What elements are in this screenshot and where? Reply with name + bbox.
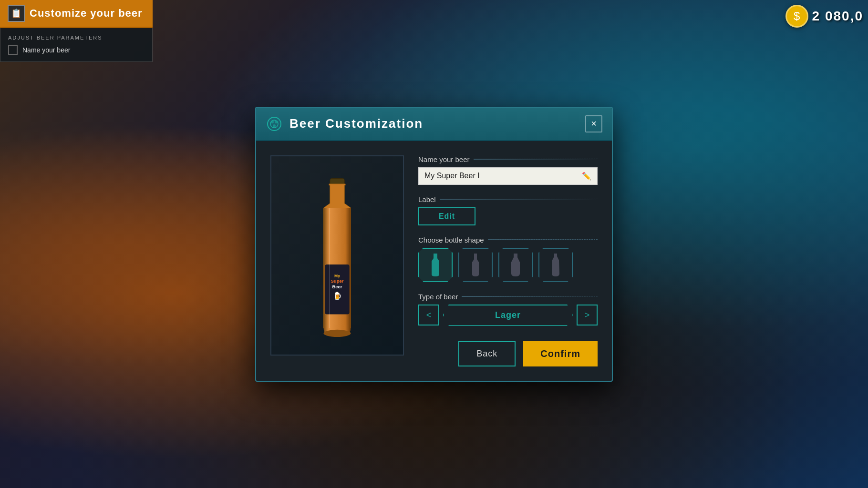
svg-text:My: My <box>334 273 340 278</box>
svg-point-2 <box>271 121 274 123</box>
bottle-shape-4[interactable] <box>538 248 573 282</box>
modal-header-left: Beer Customization <box>266 115 423 132</box>
beer-type-value: Lager <box>443 305 573 326</box>
modal-close-button[interactable]: × <box>585 115 602 132</box>
bottle-shape-1[interactable] <box>418 248 453 282</box>
svg-point-6 <box>324 329 351 336</box>
beer-type-group: Type of beer < Lager > <box>418 293 598 326</box>
name-input-wrapper[interactable]: ✏️ <box>418 167 598 185</box>
label-section-label: Label <box>418 195 598 203</box>
beer-icon <box>266 115 283 132</box>
svg-text:Super: Super <box>331 278 344 284</box>
bottle-shape-label: Choose bottle shape <box>418 236 598 244</box>
beer-type-label: Type of beer <box>418 293 598 301</box>
beer-type-selector: < Lager > <box>418 305 598 326</box>
bottle-shapes-container <box>418 248 598 282</box>
edit-label-button[interactable]: Edit <box>418 207 475 225</box>
modal-title: Beer Customization <box>289 116 423 131</box>
svg-point-3 <box>275 121 278 123</box>
beer-name-input[interactable] <box>424 172 582 180</box>
svg-text:🍺: 🍺 <box>333 291 342 300</box>
bottle-preview: My Super Beer 🍺 <box>270 155 404 356</box>
label-group: Label Edit <box>418 195 598 225</box>
name-group: Name your beer ✏️ <box>418 155 598 185</box>
bottle-shape-group: Choose bottle shape <box>418 236 598 282</box>
edit-pencil-icon[interactable]: ✏️ <box>582 172 591 181</box>
name-label: Name your beer <box>418 155 598 163</box>
modal-body: My Super Beer 🍺 Name your beer ✏ <box>256 141 612 381</box>
bottle-image: My Super Beer 🍺 <box>294 165 380 346</box>
back-button[interactable]: Back <box>458 341 516 366</box>
action-buttons: Back Confirm <box>418 341 598 366</box>
confirm-button[interactable]: Confirm <box>523 341 598 366</box>
controls-section: Name your beer ✏️ Label Edit Choose bott… <box>418 155 598 366</box>
bottle-shape-2[interactable] <box>458 248 493 282</box>
svg-point-4 <box>273 124 276 127</box>
beer-type-next-button[interactable]: > <box>577 305 598 325</box>
modal-header: Beer Customization × <box>256 108 612 141</box>
beer-customization-modal: Beer Customization × <box>255 107 613 382</box>
bottle-shape-3[interactable] <box>498 248 533 282</box>
svg-text:Beer: Beer <box>332 284 342 289</box>
modal-overlay: Beer Customization × <box>0 0 868 488</box>
svg-point-0 <box>268 117 281 131</box>
beer-type-prev-button[interactable]: < <box>418 305 439 325</box>
